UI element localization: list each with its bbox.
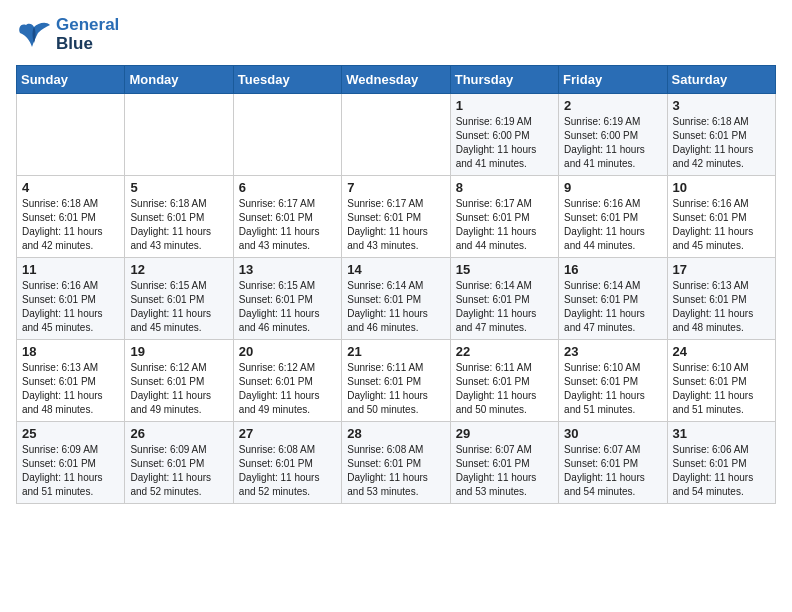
calendar-cell: 25Sunrise: 6:09 AM Sunset: 6:01 PM Dayli… [17,422,125,504]
day-number: 19 [130,344,227,359]
day-info: Sunrise: 6:12 AM Sunset: 6:01 PM Dayligh… [130,361,227,417]
day-number: 10 [673,180,770,195]
logo-icon [16,19,52,51]
day-info: Sunrise: 6:10 AM Sunset: 6:01 PM Dayligh… [564,361,661,417]
day-info: Sunrise: 6:06 AM Sunset: 6:01 PM Dayligh… [673,443,770,499]
day-number: 12 [130,262,227,277]
day-info: Sunrise: 6:16 AM Sunset: 6:01 PM Dayligh… [564,197,661,253]
day-info: Sunrise: 6:11 AM Sunset: 6:01 PM Dayligh… [347,361,444,417]
calendar-cell: 27Sunrise: 6:08 AM Sunset: 6:01 PM Dayli… [233,422,341,504]
calendar-cell: 15Sunrise: 6:14 AM Sunset: 6:01 PM Dayli… [450,258,558,340]
day-number: 31 [673,426,770,441]
calendar-cell [342,94,450,176]
day-number: 3 [673,98,770,113]
calendar-cell: 20Sunrise: 6:12 AM Sunset: 6:01 PM Dayli… [233,340,341,422]
day-info: Sunrise: 6:14 AM Sunset: 6:01 PM Dayligh… [564,279,661,335]
day-info: Sunrise: 6:12 AM Sunset: 6:01 PM Dayligh… [239,361,336,417]
calendar-cell: 5Sunrise: 6:18 AM Sunset: 6:01 PM Daylig… [125,176,233,258]
day-number: 27 [239,426,336,441]
calendar-cell: 1Sunrise: 6:19 AM Sunset: 6:00 PM Daylig… [450,94,558,176]
day-number: 16 [564,262,661,277]
weekday-header: Monday [125,66,233,94]
day-number: 17 [673,262,770,277]
calendar-table: SundayMondayTuesdayWednesdayThursdayFrid… [16,65,776,504]
day-info: Sunrise: 6:18 AM Sunset: 6:01 PM Dayligh… [22,197,119,253]
day-info: Sunrise: 6:17 AM Sunset: 6:01 PM Dayligh… [456,197,553,253]
calendar-week-row: 1Sunrise: 6:19 AM Sunset: 6:00 PM Daylig… [17,94,776,176]
calendar-cell: 7Sunrise: 6:17 AM Sunset: 6:01 PM Daylig… [342,176,450,258]
page-header: General Blue [16,16,776,53]
day-info: Sunrise: 6:14 AM Sunset: 6:01 PM Dayligh… [456,279,553,335]
calendar-cell: 31Sunrise: 6:06 AM Sunset: 6:01 PM Dayli… [667,422,775,504]
calendar-cell: 11Sunrise: 6:16 AM Sunset: 6:01 PM Dayli… [17,258,125,340]
day-number: 14 [347,262,444,277]
weekday-header: Sunday [17,66,125,94]
weekday-header: Thursday [450,66,558,94]
day-number: 7 [347,180,444,195]
day-info: Sunrise: 6:17 AM Sunset: 6:01 PM Dayligh… [239,197,336,253]
day-info: Sunrise: 6:16 AM Sunset: 6:01 PM Dayligh… [22,279,119,335]
calendar-week-row: 11Sunrise: 6:16 AM Sunset: 6:01 PM Dayli… [17,258,776,340]
day-info: Sunrise: 6:15 AM Sunset: 6:01 PM Dayligh… [130,279,227,335]
calendar-week-row: 4Sunrise: 6:18 AM Sunset: 6:01 PM Daylig… [17,176,776,258]
calendar-cell: 21Sunrise: 6:11 AM Sunset: 6:01 PM Dayli… [342,340,450,422]
calendar-cell [17,94,125,176]
calendar-cell: 30Sunrise: 6:07 AM Sunset: 6:01 PM Dayli… [559,422,667,504]
weekday-header: Wednesday [342,66,450,94]
day-info: Sunrise: 6:19 AM Sunset: 6:00 PM Dayligh… [564,115,661,171]
day-info: Sunrise: 6:16 AM Sunset: 6:01 PM Dayligh… [673,197,770,253]
day-info: Sunrise: 6:18 AM Sunset: 6:01 PM Dayligh… [673,115,770,171]
weekday-header: Tuesday [233,66,341,94]
calendar-cell: 23Sunrise: 6:10 AM Sunset: 6:01 PM Dayli… [559,340,667,422]
day-info: Sunrise: 6:07 AM Sunset: 6:01 PM Dayligh… [564,443,661,499]
calendar-cell: 26Sunrise: 6:09 AM Sunset: 6:01 PM Dayli… [125,422,233,504]
day-info: Sunrise: 6:07 AM Sunset: 6:01 PM Dayligh… [456,443,553,499]
calendar-week-row: 25Sunrise: 6:09 AM Sunset: 6:01 PM Dayli… [17,422,776,504]
day-number: 18 [22,344,119,359]
day-number: 5 [130,180,227,195]
day-number: 30 [564,426,661,441]
weekday-header: Friday [559,66,667,94]
day-number: 24 [673,344,770,359]
day-info: Sunrise: 6:08 AM Sunset: 6:01 PM Dayligh… [347,443,444,499]
calendar-cell: 18Sunrise: 6:13 AM Sunset: 6:01 PM Dayli… [17,340,125,422]
day-number: 21 [347,344,444,359]
day-number: 2 [564,98,661,113]
calendar-header-row: SundayMondayTuesdayWednesdayThursdayFrid… [17,66,776,94]
day-number: 28 [347,426,444,441]
logo: General Blue [16,16,119,53]
day-info: Sunrise: 6:18 AM Sunset: 6:01 PM Dayligh… [130,197,227,253]
calendar-cell [125,94,233,176]
day-info: Sunrise: 6:15 AM Sunset: 6:01 PM Dayligh… [239,279,336,335]
day-number: 15 [456,262,553,277]
weekday-header: Saturday [667,66,775,94]
day-number: 1 [456,98,553,113]
calendar-cell: 12Sunrise: 6:15 AM Sunset: 6:01 PM Dayli… [125,258,233,340]
day-number: 13 [239,262,336,277]
day-info: Sunrise: 6:19 AM Sunset: 6:00 PM Dayligh… [456,115,553,171]
day-number: 22 [456,344,553,359]
calendar-cell: 9Sunrise: 6:16 AM Sunset: 6:01 PM Daylig… [559,176,667,258]
calendar-cell: 24Sunrise: 6:10 AM Sunset: 6:01 PM Dayli… [667,340,775,422]
calendar-cell [233,94,341,176]
day-number: 23 [564,344,661,359]
calendar-cell: 8Sunrise: 6:17 AM Sunset: 6:01 PM Daylig… [450,176,558,258]
calendar-cell: 29Sunrise: 6:07 AM Sunset: 6:01 PM Dayli… [450,422,558,504]
calendar-cell: 14Sunrise: 6:14 AM Sunset: 6:01 PM Dayli… [342,258,450,340]
calendar-cell: 16Sunrise: 6:14 AM Sunset: 6:01 PM Dayli… [559,258,667,340]
calendar-cell: 19Sunrise: 6:12 AM Sunset: 6:01 PM Dayli… [125,340,233,422]
day-number: 4 [22,180,119,195]
calendar-cell: 3Sunrise: 6:18 AM Sunset: 6:01 PM Daylig… [667,94,775,176]
day-number: 29 [456,426,553,441]
calendar-cell: 17Sunrise: 6:13 AM Sunset: 6:01 PM Dayli… [667,258,775,340]
calendar-cell: 2Sunrise: 6:19 AM Sunset: 6:00 PM Daylig… [559,94,667,176]
day-info: Sunrise: 6:14 AM Sunset: 6:01 PM Dayligh… [347,279,444,335]
calendar-cell: 10Sunrise: 6:16 AM Sunset: 6:01 PM Dayli… [667,176,775,258]
day-number: 8 [456,180,553,195]
day-number: 20 [239,344,336,359]
day-info: Sunrise: 6:13 AM Sunset: 6:01 PM Dayligh… [22,361,119,417]
day-info: Sunrise: 6:09 AM Sunset: 6:01 PM Dayligh… [22,443,119,499]
calendar-cell: 13Sunrise: 6:15 AM Sunset: 6:01 PM Dayli… [233,258,341,340]
day-number: 6 [239,180,336,195]
calendar-cell: 28Sunrise: 6:08 AM Sunset: 6:01 PM Dayli… [342,422,450,504]
